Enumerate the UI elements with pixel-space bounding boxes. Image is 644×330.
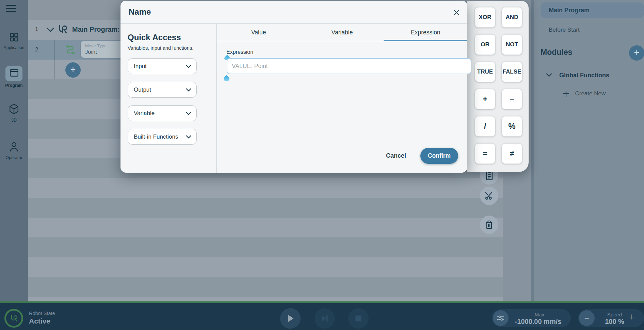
op-divide-button[interactable]: / <box>475 116 495 137</box>
dropdown-input[interactable]: Input <box>128 58 197 74</box>
plus-icon <box>562 90 570 98</box>
row-number: 2 <box>35 46 38 53</box>
program-window-icon <box>10 69 19 77</box>
plus-icon: + <box>628 311 634 323</box>
nav-label-application: Application <box>0 45 28 50</box>
sidebar-item-before-start[interactable]: Before Start <box>549 27 580 33</box>
operator-person-icon <box>9 141 19 152</box>
sidebar-item-main-program[interactable]: Main Program <box>541 2 644 18</box>
op-xor-button[interactable]: XOR <box>475 7 495 28</box>
hamburger-icon <box>6 5 16 6</box>
chevron-down-icon <box>186 88 192 92</box>
op-minus-button[interactable]: − <box>502 89 522 109</box>
op-or-button[interactable]: OR <box>475 34 495 55</box>
create-new-label: Create New <box>575 90 606 97</box>
speed-settings-button[interactable] <box>493 310 509 326</box>
name-dialog: Name Quick Access Variables, input and f… <box>120 1 467 173</box>
minus-icon: − <box>584 313 589 324</box>
row-number: 1 <box>35 26 38 33</box>
play-button[interactable] <box>280 308 301 329</box>
stop-button[interactable] <box>348 308 369 329</box>
chevron-down-icon <box>186 111 192 115</box>
sliders-icon <box>497 314 505 322</box>
app-grid-icon <box>9 32 19 42</box>
dialog-title: Name <box>129 7 151 17</box>
nav-item-program[interactable]: Program <box>0 69 28 88</box>
quick-access-title: Quick Access <box>128 33 210 42</box>
nav-item-3d[interactable]: 3D <box>0 103 28 123</box>
program-title: Main Program: <box>72 26 120 33</box>
op-modulo-button[interactable]: % <box>502 116 522 137</box>
robot-state-value: Active <box>29 317 50 325</box>
operator-pad: XOR AND OR NOT TRUE FALSE + − / % = ≠ <box>467 1 529 172</box>
ur-logo-icon <box>9 314 19 323</box>
dropdown-variable[interactable]: Variable <box>128 105 197 121</box>
polyscope-screen: Application Program 3D Operator 1 <box>0 0 644 330</box>
quick-access-panel: Quick Access Variables, input and functi… <box>120 24 217 173</box>
max-label: Max <box>512 312 567 317</box>
tab-expression[interactable]: Expression <box>384 24 467 41</box>
global-functions-item[interactable]: Global Functions <box>559 72 609 79</box>
chevron-down-icon <box>186 135 192 139</box>
cancel-button[interactable]: Cancel <box>386 152 406 159</box>
speed-pill: − Speed 100 % + <box>578 309 644 327</box>
ur-logo <box>4 309 23 328</box>
op-false-button[interactable]: FALSE <box>502 62 522 82</box>
editor-area: Value Variable Expression Expression <box>217 24 467 173</box>
tree-indent-line <box>548 85 548 103</box>
dropdown-output[interactable]: Output <box>128 82 197 98</box>
delete-button[interactable] <box>480 216 498 234</box>
expression-input[interactable] <box>227 58 471 74</box>
structure-sidebar <box>534 0 644 301</box>
op-and-button[interactable]: AND <box>502 7 522 28</box>
robot-state-label: Robot State <box>29 311 55 316</box>
op-equals-button[interactable]: = <box>475 143 495 164</box>
speed-value: 100 % <box>597 318 632 326</box>
expression-tab-content: Expression Cancel Confirm <box>217 41 467 173</box>
scissors-icon <box>484 191 494 201</box>
confirm-button[interactable]: Confirm <box>420 148 458 164</box>
speed-label: Speed <box>597 312 632 317</box>
step-button[interactable] <box>315 308 335 329</box>
nav-label-program: Program <box>0 83 28 88</box>
add-module-button[interactable]: + <box>629 45 644 61</box>
play-icon <box>286 314 294 323</box>
max-value: -1000.00 mm/s <box>508 318 569 326</box>
cut-button[interactable] <box>480 187 498 205</box>
selection-handle-end[interactable] <box>224 75 229 81</box>
add-node-button[interactable]: + <box>65 62 81 78</box>
op-not-button[interactable]: NOT <box>502 34 522 55</box>
chevron-down-icon[interactable] <box>546 73 552 77</box>
modules-heading: Modules <box>541 48 572 57</box>
nav-rail: Application Program 3D Operator <box>0 0 28 301</box>
cube-3d-icon <box>9 103 19 115</box>
hamburger-menu-button[interactable] <box>6 5 16 12</box>
move-node-icon <box>66 44 75 55</box>
tab-bar: Value Variable Expression <box>217 24 467 41</box>
stop-icon <box>355 315 362 322</box>
main-program-label: Main Program <box>549 7 644 14</box>
collapse-chevron-icon[interactable] <box>46 27 54 32</box>
speed-decrease-button[interactable]: − <box>579 310 595 326</box>
row-number-divider <box>54 40 55 79</box>
nav-item-operator[interactable]: Operator <box>0 141 28 160</box>
op-notequal-button[interactable]: ≠ <box>502 143 522 164</box>
speed-increase-button[interactable]: + <box>628 311 634 323</box>
ur-program-icon <box>57 23 69 35</box>
nav-label-operator: Operator <box>0 155 28 160</box>
close-button[interactable] <box>451 7 462 18</box>
tab-variable[interactable]: Variable <box>300 24 384 41</box>
chevron-down-icon <box>186 64 192 68</box>
expression-label: Expression <box>226 49 253 55</box>
nav-label-3d: 3D <box>0 118 28 123</box>
close-icon <box>452 9 461 17</box>
trash-icon <box>485 220 494 230</box>
create-new-button[interactable]: Create New <box>562 90 606 98</box>
skip-next-icon <box>321 314 329 323</box>
dialog-header: Name <box>120 1 467 24</box>
op-true-button[interactable]: TRUE <box>475 62 495 82</box>
nav-item-application[interactable]: Application <box>0 32 28 50</box>
op-plus-button[interactable]: + <box>475 89 495 109</box>
tab-value[interactable]: Value <box>217 24 300 41</box>
dropdown-builtin-functions[interactable]: Built-in Functions <box>128 129 197 145</box>
